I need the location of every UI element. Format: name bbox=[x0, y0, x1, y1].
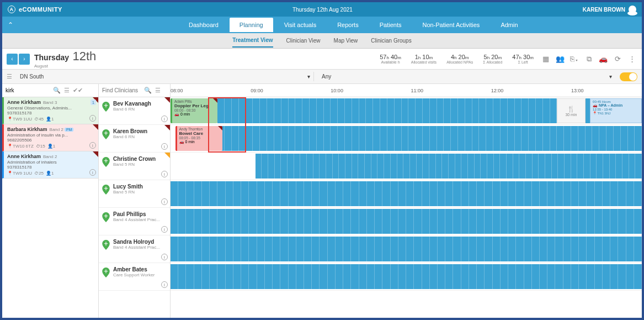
filter-bar: ☰ DN South▾ Any▾ bbox=[2, 70, 642, 84]
any-value: Any bbox=[322, 74, 331, 80]
clinician-card[interactable]: Bev KavanaghBand 6 RNi bbox=[99, 97, 170, 125]
clinician-card[interactable]: Sandra HolroydBand 4 Assistant Prac...i bbox=[99, 235, 170, 263]
navbar: ⌃ DashboardPlanningVisit actualsReportsP… bbox=[2, 17, 642, 33]
search-icon[interactable]: 🔍 bbox=[53, 87, 61, 94]
schedule-row[interactable] bbox=[171, 263, 642, 291]
search-icon[interactable]: 🔍 bbox=[144, 87, 152, 94]
toggle-switch[interactable] bbox=[620, 72, 637, 81]
chevron-down-icon: ▾ bbox=[609, 74, 612, 80]
nav-tab-non-patient-activities[interactable]: Non-Patient Activities bbox=[412, 18, 489, 32]
clinician-list: Bev KavanaghBand 6 RNiKaren BrownBand 6 … bbox=[99, 97, 171, 318]
refresh-icon[interactable]: ⟳ bbox=[612, 54, 623, 65]
subnav-map-view[interactable]: Map View bbox=[334, 34, 358, 47]
check-icon[interactable]: ✔✔ bbox=[73, 87, 83, 94]
clinician-card[interactable]: Karen BrownBand 6 RNi bbox=[99, 125, 170, 153]
people-icon[interactable]: 👥 bbox=[555, 54, 566, 65]
schedule-row[interactable] bbox=[171, 180, 642, 208]
visit-card[interactable]: Adam PittsDoppler Per Leg08:00 - 08:30🚗 … bbox=[171, 98, 217, 123]
timeline-header: 08:0009:0010:0011:0012:0013:00 bbox=[171, 84, 642, 97]
prev-day-button[interactable]: ‹ bbox=[7, 54, 18, 65]
stat: 5h 20mΣ Allocated bbox=[483, 54, 502, 64]
hide-icon[interactable]: ⧉ bbox=[583, 54, 594, 65]
hour-label: 10:00 bbox=[331, 88, 343, 93]
sort-icon[interactable]: ☰ bbox=[64, 87, 70, 94]
chevron-down-icon: ▾ bbox=[307, 74, 310, 80]
date-day: Thursday bbox=[34, 53, 69, 62]
date-display[interactable]: Thursday 12th August bbox=[34, 49, 96, 69]
date-num: 12th bbox=[72, 49, 96, 63]
subnav-clinician-view[interactable]: Clinician View bbox=[286, 34, 321, 47]
pin-icon bbox=[102, 240, 110, 250]
break-block[interactable]: 🍴30 min bbox=[557, 98, 585, 123]
pin-icon bbox=[102, 185, 110, 195]
schedule-row[interactable] bbox=[171, 235, 642, 263]
info-icon[interactable]: i bbox=[89, 169, 96, 176]
info-icon[interactable]: i bbox=[161, 254, 168, 260]
team-select[interactable]: DN South▾ bbox=[17, 72, 314, 81]
patient-card[interactable]: 1Anne KirkhamBand 3General Observations,… bbox=[2, 97, 98, 124]
hour-label: 13:00 bbox=[571, 88, 584, 93]
hour-label: 11:00 bbox=[411, 88, 424, 93]
brand: A eCOMMUNITY bbox=[8, 6, 62, 13]
search-bar: 🔍 ☰ ✔✔ 🔍 ☰ 08:0009:0010:0011:0012:0013:0… bbox=[2, 84, 642, 97]
team-value: DN South bbox=[20, 74, 44, 80]
clinician-search-input[interactable] bbox=[102, 87, 141, 93]
next-day-button[interactable]: › bbox=[19, 54, 30, 65]
info-icon[interactable]: i bbox=[161, 198, 168, 205]
visit-card[interactable]: Andy ThorntonBowel Care08:05 - 08:35🚗 0 … bbox=[175, 126, 222, 151]
patient-list: 1Anne KirkhamBand 3General Observations,… bbox=[2, 97, 99, 318]
info-icon[interactable]: i bbox=[161, 171, 168, 177]
user-name: KAREN BROWN bbox=[583, 7, 625, 13]
brand-text: eCOMMUNITY bbox=[19, 6, 62, 13]
collapse-icon[interactable]: ⌃ bbox=[8, 21, 13, 29]
user-menu[interactable]: KAREN BROWN bbox=[583, 6, 636, 13]
more-icon[interactable]: ⋮ bbox=[626, 54, 637, 65]
schedule-row[interactable] bbox=[171, 208, 642, 235]
nav-tab-planning[interactable]: Planning bbox=[230, 18, 273, 32]
brand-icon: A bbox=[8, 6, 15, 13]
nav-tab-patients[interactable]: Patients bbox=[370, 18, 412, 32]
clinician-card[interactable]: Paul PhillipsBand 4 Assistant Prac...i bbox=[99, 208, 170, 235]
pin-icon bbox=[102, 157, 110, 167]
info-icon[interactable]: i bbox=[89, 115, 96, 122]
date-toolbar: ‹ › Thursday 12th August 57h 40mAvailabl… bbox=[2, 49, 642, 70]
nav-tab-visit-actuals[interactable]: Visit actuals bbox=[274, 18, 327, 32]
stat: 1h 10mAllocated visits bbox=[411, 54, 437, 64]
clinician-card[interactable]: Lucy SmithBand 5 RNi bbox=[99, 180, 170, 208]
topbar: A eCOMMUNITY Thursday 12th Aug 2021 KARE… bbox=[2, 2, 642, 17]
hour-label: 12:00 bbox=[491, 88, 504, 93]
info-icon[interactable]: i bbox=[161, 143, 168, 150]
hour-label: 09:00 bbox=[251, 88, 263, 93]
patient-search-input[interactable] bbox=[6, 87, 50, 93]
patient-card[interactable]: Barbara KirkhamBand 2PMAdministration of… bbox=[2, 124, 98, 151]
sort-icon[interactable]: ☰ bbox=[155, 87, 161, 94]
clinician-card[interactable]: Amber BatesCare Support Workeri bbox=[99, 263, 170, 291]
header-date: Thursday 12th Aug 2021 bbox=[62, 7, 583, 13]
stat: 47h 30mΣ Left bbox=[512, 54, 534, 64]
nav-tab-admin[interactable]: Admin bbox=[491, 18, 528, 32]
grid-icon[interactable]: ▦ bbox=[540, 54, 551, 65]
subnav: Treatment ViewClinician ViewMap ViewClin… bbox=[2, 33, 642, 49]
schedule-row[interactable] bbox=[171, 153, 642, 180]
schedule-grid[interactable]: Adam PittsDoppler Per Leg08:00 - 08:30🚗 … bbox=[171, 97, 642, 318]
info-icon[interactable]: i bbox=[161, 226, 168, 233]
info-icon[interactable]: i bbox=[161, 116, 168, 122]
info-icon[interactable]: i bbox=[161, 281, 168, 288]
info-icon[interactable]: i bbox=[89, 142, 96, 149]
filter-icon[interactable]: ☰ bbox=[7, 73, 12, 80]
patient-card[interactable]: Anne KirkhamBand 2Administration of inha… bbox=[2, 151, 98, 179]
user-icon bbox=[629, 6, 636, 13]
schedule-row[interactable]: Adam PittsDoppler Per Leg08:00 - 08:30🚗 … bbox=[171, 97, 642, 125]
pin-icon bbox=[102, 212, 110, 222]
any-select[interactable]: Any▾ bbox=[318, 72, 615, 81]
subnav-clinician-groups[interactable]: Clinician Groups bbox=[371, 34, 411, 47]
export-icon[interactable]: ⎘▾ bbox=[569, 54, 580, 65]
clinician-card[interactable]: Christine CrownBand 5 RNi bbox=[99, 153, 170, 180]
car-icon[interactable]: 🚗 bbox=[598, 54, 609, 65]
hour-label: 08:00 bbox=[171, 88, 183, 93]
subnav-treatment-view[interactable]: Treatment View bbox=[232, 34, 273, 48]
nav-tab-reports[interactable]: Reports bbox=[327, 18, 369, 32]
npa-block[interactable]: 00:45 Hours🚗 NPA – Admin12:55 - 13:40📍 T… bbox=[590, 98, 642, 123]
schedule-row[interactable]: Andy ThorntonBowel Care08:05 - 08:35🚗 0 … bbox=[171, 125, 642, 153]
nav-tab-dashboard[interactable]: Dashboard bbox=[179, 18, 228, 32]
